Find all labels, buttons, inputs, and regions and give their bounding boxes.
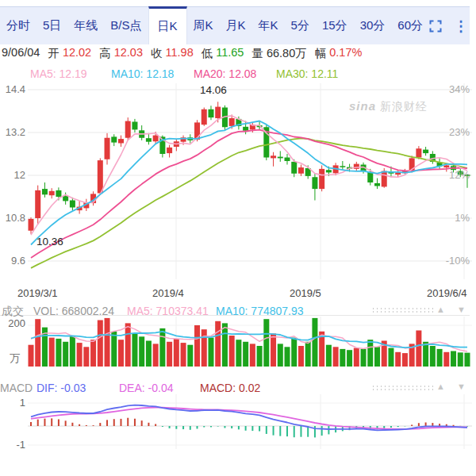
quote-low: 低 11.65 <box>202 46 244 61</box>
tab-5min[interactable]: 5分 <box>285 7 316 44</box>
tab-monthly-k[interactable]: 月K <box>220 7 252 44</box>
x-date-label: 2019/4 <box>152 287 184 299</box>
quote-change-pct: 幅 0.17% <box>315 46 363 61</box>
macd-pane-down-icon[interactable]: ▼ <box>457 382 466 391</box>
tab-fenshi[interactable]: 分时 <box>0 7 36 44</box>
macd-tick-bottom: -1 <box>0 439 25 451</box>
tab-daily-k[interactable]: 日K <box>148 6 187 44</box>
ma20-legend: MA20: 12.08 <box>194 67 256 80</box>
fullscreen-icon[interactable] <box>429 20 442 33</box>
percent-tick: 34% <box>435 83 470 95</box>
price-tick: 12 <box>0 169 25 181</box>
quote-volume: 量 66.80万 <box>251 46 306 61</box>
tabbar-icons: ⋮ <box>429 7 474 44</box>
sina-logo: sina <box>349 99 376 113</box>
percent-tick: 23% <box>435 126 470 138</box>
tab-5day[interactable]: 5日 <box>36 7 67 44</box>
price-tick: 13.2 <box>0 126 25 138</box>
percent-tick: 1% <box>435 212 470 224</box>
quote-close: 收 11.98 <box>151 46 194 61</box>
tab-bs-points[interactable]: B/S点 <box>104 7 148 44</box>
volume-pane-up-icon[interactable]: ▲ <box>436 305 445 314</box>
x-date-label: 2019/3/1 <box>17 287 58 299</box>
quote-date: 9/06/04 <box>2 46 40 61</box>
macd-dif-value: DIF: -0.03 <box>36 382 86 394</box>
quote-high: 高 12.03 <box>99 46 143 61</box>
percent-tick: -10% <box>435 255 470 267</box>
tab-yearline[interactable]: 年线 <box>67 7 104 44</box>
volume-value: VOL: 668002.24 <box>33 305 114 317</box>
volume-unit: 万 <box>10 351 20 366</box>
volume-pane-resize-handle[interactable] <box>371 307 433 313</box>
x-date-label: 2019/5 <box>290 287 321 299</box>
sina-watermark: sina 新浪财经 <box>349 99 428 114</box>
tab-60min[interactable]: 60分 <box>391 7 429 44</box>
tab-15min[interactable]: 15分 <box>316 7 354 44</box>
macd-hist-value: MACD: 0.02 <box>200 382 260 394</box>
volume-tick: 200 <box>0 317 25 329</box>
volume-ma5-value: MA5: 710373.41 <box>127 305 209 317</box>
volume-pane-down-icon[interactable]: ▼ <box>457 305 466 314</box>
volume-ma10-value: MA10: 774807.93 <box>216 305 304 317</box>
quote-row: 9/06/04 开 12.02 高 12.03 收 11.98 低 11.65 … <box>2 46 362 61</box>
x-date-label: 2019/6/4 <box>427 287 467 299</box>
price-tick: 14.4 <box>0 83 25 95</box>
ma30-legend: MA30: 12.11 <box>276 67 338 80</box>
macd-dea-value: DEA: -0.04 <box>119 382 173 394</box>
ma-legend-row: MA5: 12.19 MA10: 12.18 MA20: 12.08 MA30:… <box>0 67 476 80</box>
price-tick: 10.8 <box>0 212 25 224</box>
ma10-legend: MA10: 12.18 <box>111 67 174 80</box>
quote-open: 开 12.02 <box>48 46 91 61</box>
period-low-annotation: 10.36 <box>36 236 63 248</box>
percent-tick: 12% <box>435 169 470 181</box>
period-tab-bar: 分时 5日 年线 B/S点 日K 周K 月K 年K 5分 15分 30分 60分… <box>0 6 470 44</box>
stock-chart-screen: 分时 5日 年线 B/S点 日K 周K 月K 年K 5分 15分 30分 60分… <box>0 0 476 476</box>
tab-yearly-k[interactable]: 年K <box>252 7 285 44</box>
ma5-legend: MA5: 12.19 <box>30 67 87 80</box>
macd-tick-top: 1 <box>0 397 25 409</box>
macd-pane-up-icon[interactable]: ▲ <box>436 382 445 391</box>
tab-30min[interactable]: 30分 <box>354 7 392 44</box>
price-tick: 9.6 <box>0 255 25 267</box>
period-high-annotation: 14.06 <box>200 84 227 96</box>
tab-weekly-k[interactable]: 周K <box>187 7 220 44</box>
more-options-icon[interactable]: ⋮ <box>454 19 468 33</box>
macd-pane-title: MACD <box>0 382 33 394</box>
macd-pane-resize-handle[interactable] <box>371 385 433 391</box>
